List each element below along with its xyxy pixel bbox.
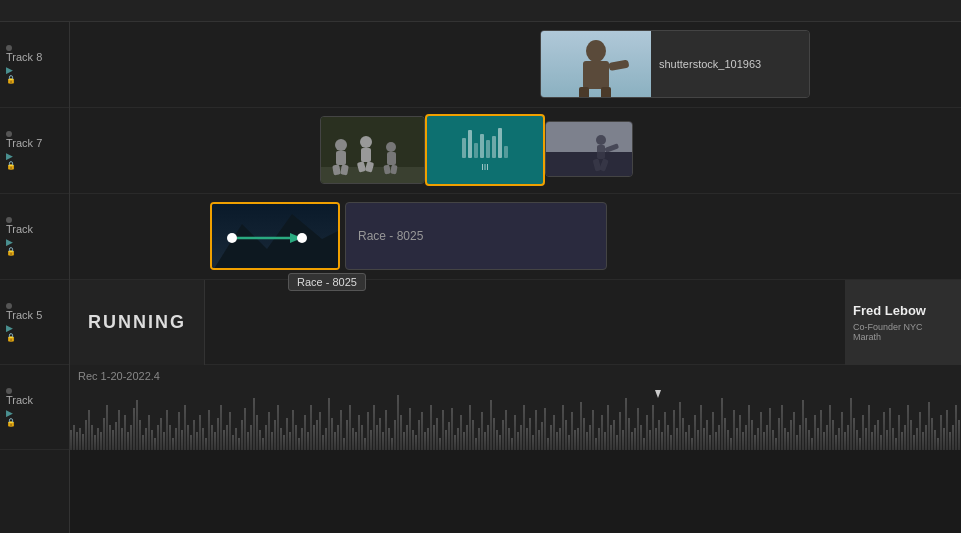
svg-rect-39 <box>88 410 90 450</box>
svg-point-12 <box>360 136 372 148</box>
svg-rect-324 <box>943 428 945 450</box>
svg-rect-204 <box>583 418 585 450</box>
svg-rect-98 <box>265 425 267 450</box>
svg-rect-210 <box>601 415 603 450</box>
svg-rect-227 <box>652 405 654 450</box>
svg-rect-236 <box>679 402 681 450</box>
svg-rect-253 <box>730 438 732 450</box>
clip-race-motion[interactable] <box>210 202 340 270</box>
svg-rect-321 <box>934 430 936 450</box>
svg-rect-150 <box>421 412 423 450</box>
svg-rect-42 <box>97 428 99 450</box>
svg-rect-212 <box>607 405 609 450</box>
tooltip-text: Race - 8025 <box>297 276 357 288</box>
svg-rect-91 <box>244 408 246 450</box>
svg-rect-89 <box>238 438 240 450</box>
svg-rect-46 <box>109 425 111 450</box>
svg-rect-177 <box>502 420 504 450</box>
svg-rect-112 <box>307 432 309 450</box>
svg-rect-191 <box>544 408 546 450</box>
clip-fred-lebow[interactable]: Fred Lebow Co-Founder NYC Marath <box>845 280 961 365</box>
svg-rect-43 <box>100 432 102 450</box>
svg-rect-92 <box>247 432 249 450</box>
clip-audio-rec[interactable]: Rec 1-20-2022.4 <box>70 365 961 450</box>
track-arrow-7[interactable]: ▶ <box>6 151 13 161</box>
track-row-8: shutterstock_101963 <box>70 22 961 108</box>
svg-rect-186 <box>529 418 531 450</box>
track-row-7: III <box>70 108 961 194</box>
svg-rect-257 <box>742 432 744 450</box>
track-lock-5: 🔒 <box>6 333 16 342</box>
svg-rect-149 <box>418 420 420 450</box>
svg-rect-44 <box>103 418 105 450</box>
svg-rect-222 <box>637 408 639 450</box>
svg-rect-251 <box>724 418 726 450</box>
svg-rect-185 <box>526 428 528 450</box>
svg-rect-309 <box>898 415 900 450</box>
clip-shutterstock[interactable]: shutterstock_101963 <box>540 30 810 98</box>
svg-rect-201 <box>574 430 576 450</box>
svg-rect-224 <box>643 438 645 450</box>
svg-rect-176 <box>499 435 501 450</box>
svg-rect-167 <box>472 420 474 450</box>
svg-rect-126 <box>349 405 351 450</box>
svg-rect-316 <box>919 412 921 450</box>
svg-rect-245 <box>706 420 708 450</box>
svg-rect-88 <box>235 428 237 450</box>
svg-rect-293 <box>850 398 852 450</box>
svg-rect-45 <box>106 405 108 450</box>
svg-rect-51 <box>124 415 126 450</box>
svg-rect-153 <box>430 405 432 450</box>
svg-rect-178 <box>505 410 507 450</box>
svg-rect-41 <box>94 435 96 450</box>
svg-rect-171 <box>484 432 486 450</box>
svg-rect-267 <box>772 430 774 450</box>
clip-runner-right[interactable] <box>545 121 633 177</box>
track-arrow-5[interactable]: ▶ <box>6 323 13 333</box>
svg-rect-140 <box>391 438 393 450</box>
svg-rect-71 <box>184 405 186 450</box>
svg-rect-221 <box>634 428 636 450</box>
top-bar <box>0 0 961 22</box>
svg-rect-61 <box>154 438 156 450</box>
svg-rect-123 <box>340 410 342 450</box>
svg-rect-100 <box>271 432 273 450</box>
svg-rect-57 <box>142 435 144 450</box>
svg-rect-49 <box>118 410 120 450</box>
svg-rect-155 <box>436 418 438 450</box>
track-arrow-4[interactable]: ▶ <box>6 408 13 418</box>
fred-lebow-title: Co-Founder NYC Marath <box>853 322 953 342</box>
svg-rect-282 <box>817 428 819 450</box>
svg-rect-64 <box>163 432 165 450</box>
svg-rect-48 <box>115 422 117 450</box>
track-arrow-6[interactable]: ▶ <box>6 237 13 247</box>
svg-rect-127 <box>352 428 354 450</box>
svg-rect-37 <box>82 434 84 450</box>
clip-teal-selected[interactable]: III <box>425 114 545 186</box>
svg-rect-161 <box>454 435 456 450</box>
clip-running-title[interactable]: RUNNING <box>70 280 205 365</box>
svg-rect-275 <box>796 435 798 450</box>
svg-rect-308 <box>895 438 897 450</box>
svg-point-8 <box>335 139 347 151</box>
svg-rect-220 <box>631 432 633 450</box>
svg-rect-76 <box>199 415 201 450</box>
svg-rect-2 <box>583 61 609 89</box>
svg-rect-269 <box>778 418 780 450</box>
svg-rect-256 <box>739 415 741 450</box>
svg-rect-194 <box>553 415 555 450</box>
svg-rect-323 <box>940 415 942 450</box>
svg-rect-255 <box>736 428 738 450</box>
svg-point-32 <box>297 233 307 243</box>
clip-race-label-bar[interactable]: Race - 8025 <box>345 202 607 270</box>
svg-rect-258 <box>745 425 747 450</box>
svg-rect-94 <box>253 398 255 450</box>
clip-running-people[interactable] <box>320 116 425 184</box>
clip-thumbnail-shutterstock <box>541 31 651 97</box>
track-arrow-8[interactable]: ▶ <box>6 65 13 75</box>
svg-rect-217 <box>622 430 624 450</box>
svg-rect-242 <box>697 430 699 450</box>
svg-rect-115 <box>316 420 318 450</box>
svg-rect-165 <box>466 425 468 450</box>
svg-rect-319 <box>928 402 930 450</box>
